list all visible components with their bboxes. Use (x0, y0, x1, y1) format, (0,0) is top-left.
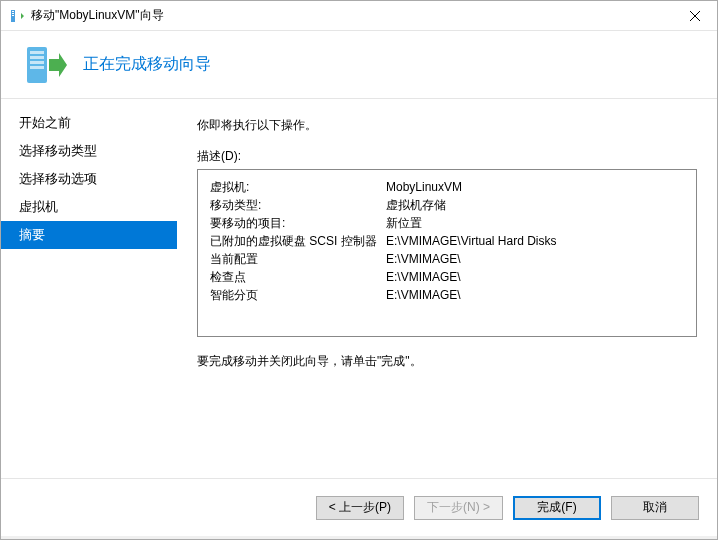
bottom-strip (1, 536, 717, 539)
content-area: 开始之前 选择移动类型 选择移动选项 虚拟机 摘要 你即将执行以下操作。 描述(… (1, 99, 717, 478)
summary-row: 检查点 E:\VMIMAGE\ (210, 268, 684, 286)
wizard-header: 正在完成移动向导 (1, 31, 717, 99)
row-value: E:\VMIMAGE\ (386, 250, 684, 268)
row-value: MobyLinuxVM (386, 178, 684, 196)
row-label: 检查点 (210, 268, 386, 286)
summary-row: 当前配置 E:\VMIMAGE\ (210, 250, 684, 268)
wizard-window: 移动"MobyLinuxVM"向导 正在完成移动向导 开始之前 选择移动类型 选… (0, 0, 718, 540)
row-value: E:\VMIMAGE\ (386, 286, 684, 304)
row-value: 新位置 (386, 214, 684, 232)
cancel-button[interactable]: 取消 (611, 496, 699, 520)
summary-row: 智能分页 E:\VMIMAGE\ (210, 286, 684, 304)
intro-text: 你即将执行以下操作。 (197, 117, 697, 134)
prev-button[interactable]: < 上一步(P) (316, 496, 404, 520)
sidebar-item-choose-move-options[interactable]: 选择移动选项 (1, 165, 177, 193)
summary-row: 移动类型: 虚拟机存储 (210, 196, 684, 214)
main-panel: 你即将执行以下操作。 描述(D): 虚拟机: MobyLinuxVM 移动类型:… (177, 99, 717, 478)
row-value: E:\VMIMAGE\Virtual Hard Disks (386, 232, 684, 250)
row-label: 已附加的虚拟硬盘 SCSI 控制器 (210, 232, 386, 250)
sidebar: 开始之前 选择移动类型 选择移动选项 虚拟机 摘要 (1, 99, 177, 478)
summary-row: 要移动的项目: 新位置 (210, 214, 684, 232)
svg-rect-5 (30, 51, 44, 54)
description-box: 虚拟机: MobyLinuxVM 移动类型: 虚拟机存储 要移动的项目: 新位置… (197, 169, 697, 337)
titlebar: 移动"MobyLinuxVM"向导 (1, 1, 717, 31)
sidebar-item-virtual-machine[interactable]: 虚拟机 (1, 193, 177, 221)
svg-rect-7 (30, 61, 44, 64)
row-value: 虚拟机存储 (386, 196, 684, 214)
summary-row: 已附加的虚拟硬盘 SCSI 控制器 E:\VMIMAGE\Virtual Har… (210, 232, 684, 250)
description-label: 描述(D): (197, 148, 697, 165)
svg-rect-3 (12, 15, 14, 16)
svg-rect-8 (30, 66, 44, 69)
close-button[interactable] (672, 1, 717, 30)
sidebar-item-summary[interactable]: 摘要 (1, 221, 177, 249)
row-label: 虚拟机: (210, 178, 386, 196)
row-label: 移动类型: (210, 196, 386, 214)
server-move-icon (21, 41, 69, 89)
finish-button[interactable]: 完成(F) (513, 496, 601, 520)
titlebar-text: 移动"MobyLinuxVM"向导 (31, 7, 672, 24)
svg-rect-2 (12, 13, 14, 14)
row-label: 当前配置 (210, 250, 386, 268)
app-icon (9, 8, 25, 24)
page-title: 正在完成移动向导 (83, 54, 211, 75)
sidebar-item-choose-move-type[interactable]: 选择移动类型 (1, 137, 177, 165)
row-label: 要移动的项目: (210, 214, 386, 232)
row-label: 智能分页 (210, 286, 386, 304)
svg-rect-1 (12, 11, 14, 12)
summary-row: 虚拟机: MobyLinuxVM (210, 178, 684, 196)
row-value: E:\VMIMAGE\ (386, 268, 684, 286)
sidebar-item-before-you-begin[interactable]: 开始之前 (1, 109, 177, 137)
svg-rect-6 (30, 56, 44, 59)
next-button: 下一步(N) > (414, 496, 503, 520)
footer-hint: 要完成移动并关闭此向导，请单击"完成"。 (197, 353, 697, 370)
button-bar: < 上一步(P) 下一步(N) > 完成(F) 取消 (1, 478, 717, 536)
